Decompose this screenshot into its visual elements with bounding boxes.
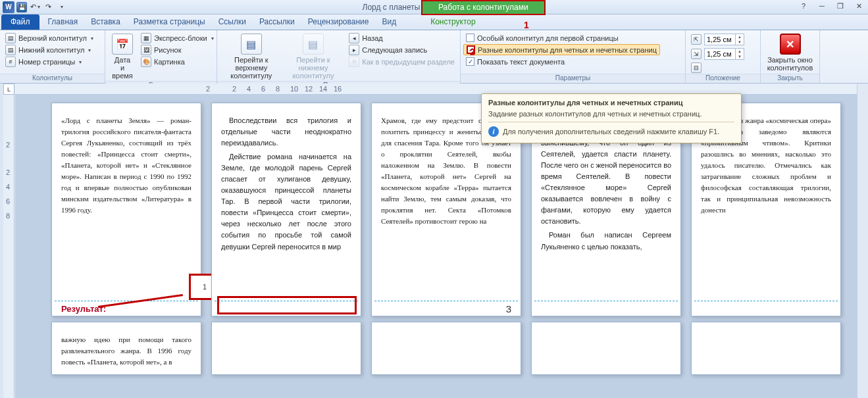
restore-button[interactable]: ❐: [831, 0, 850, 12]
save-button[interactable]: 💾: [16, 1, 28, 13]
contextual-tab-title: Работа с колонтитулами: [421, 0, 546, 15]
group-position: ⇱ ▲▼ ⇲ ▲▼ ⊟ Положение: [686, 30, 761, 83]
date-time-label2: время: [112, 72, 133, 80]
first-page-label: Особый колонтитул для первой страницы: [477, 34, 619, 42]
tab-insert[interactable]: Вставка: [84, 14, 127, 30]
info-icon: i: [488, 126, 499, 137]
page-8-even[interactable]: [371, 322, 521, 375]
next-label: Следующая запись: [362, 46, 427, 54]
goto-footer-button: ▤ Перейти к нижнему колонтитулу: [283, 32, 344, 81]
ruler-tick: 4: [6, 183, 10, 191]
spin-up-icon[interactable]: ▲: [736, 49, 744, 54]
calendar-icon: 📅: [112, 34, 133, 55]
group-insert: 📅 Дата и время ▦Экспресс-блоки▾ 🖼Рисунок…: [105, 30, 217, 83]
goto-header-button[interactable]: ▤ Перейти к верхнему колонтитулу: [220, 32, 283, 81]
tab-designer[interactable]: Конструктор: [424, 14, 482, 30]
page-1-odd[interactable]: «Лорд с планеты Земля» — роман- трилогия…: [51, 103, 201, 316]
spin-down-icon[interactable]: ▼: [736, 39, 744, 45]
page-footer[interactable]: 3: [372, 301, 521, 316]
help-button[interactable]: ?: [794, 0, 813, 12]
ribbon: ▤Верхний колонтитул▾ ▤Нижний колонтитул▾…: [0, 30, 868, 84]
date-time-button[interactable]: 📅 Дата и время: [108, 32, 137, 81]
page-number-text: 3: [506, 303, 511, 314]
close-header-footer-button[interactable]: ✕ Закрыть окно колонтитулов: [763, 32, 817, 73]
vertical-scrollbar[interactable]: [857, 84, 868, 398]
ruler-tick: 4: [247, 85, 251, 93]
tab-references[interactable]: Ссылки: [212, 14, 253, 30]
page-2-even[interactable]: Впоследствии вся трилогия и отдельные ча…: [211, 103, 361, 316]
annotation-1: 1: [524, 20, 529, 30]
odd-even-label: Разные колонтитулы для четных и нечетных…: [478, 46, 657, 54]
page-6-even[interactable]: важную идею при помощи такого развлекате…: [51, 322, 201, 375]
redo-button[interactable]: ↷: [42, 1, 54, 13]
ruler-tick: 6: [261, 85, 265, 93]
page-9-odd[interactable]: [531, 322, 681, 375]
word-app-icon[interactable]: W: [3, 1, 14, 13]
picture-button[interactable]: 🖼Рисунок: [138, 44, 217, 56]
tab-page-layout[interactable]: Разметка страницы: [127, 14, 212, 30]
previous-button[interactable]: ◂Назад: [346, 32, 457, 44]
clipart-label: Картинка: [154, 58, 185, 66]
ruler-tick: 8: [276, 85, 280, 93]
page-body-text: «Лорд с планеты Земля» — роман- трилогия…: [52, 103, 201, 301]
ruler-tick: 6: [6, 197, 10, 205]
spin-down-icon[interactable]: ▼: [736, 54, 744, 59]
annotation-box-2: [217, 296, 357, 314]
ribbon-tabs: Файл Главная Вставка Разметка страницы С…: [0, 14, 868, 30]
tab-file[interactable]: Файл: [1, 14, 39, 30]
page-footer[interactable]: [692, 301, 840, 316]
ruler-tick: 10: [290, 85, 298, 93]
tooltip-body: Задание разных колонтитулов для четных и…: [488, 110, 734, 118]
link-previous-label: Как в предыдущем разделе: [362, 58, 455, 66]
page-10-even[interactable]: [691, 322, 841, 375]
header-top-input[interactable]: [705, 35, 735, 44]
tooltip-odd-even: Разные колонтитулы для четных и нечетных…: [481, 93, 742, 143]
quick-parts-button[interactable]: ▦Экспресс-блоки▾: [138, 32, 217, 44]
header-from-top[interactable]: ⇱ ▲▼: [688, 33, 747, 46]
footer-bottom-input[interactable]: [705, 49, 735, 59]
tab-selector[interactable]: L: [3, 84, 14, 95]
group-label-headers: Колонтитулы: [0, 74, 105, 83]
ruler-tick: 12: [305, 85, 313, 93]
page-7-odd[interactable]: [211, 322, 361, 375]
odd-even-different-checkbox[interactable]: ✓Разные колонтитулы для четных и нечетны…: [463, 44, 660, 55]
footer-bottom-spinbox[interactable]: ▲▼: [704, 48, 744, 60]
clipart-button[interactable]: 🎨Картинка: [138, 56, 217, 68]
close-window-button[interactable]: ✕: [850, 0, 868, 12]
first-page-different-checkbox[interactable]: Особый колонтитул для первой страницы: [463, 33, 621, 43]
header-top-spinbox[interactable]: ▲▼: [704, 34, 744, 45]
ruler-tick: 2: [232, 85, 236, 93]
tooltip-f1-text: Для получения дополнительных сведений на…: [503, 128, 719, 136]
undo-button[interactable]: ↶▾: [29, 1, 41, 13]
footer-label: Нижний колонтитул: [18, 46, 84, 54]
link-previous-button: ⎘Как в предыдущем разделе: [346, 56, 457, 68]
ruler-top-icon: ⇱: [691, 34, 702, 45]
vertical-ruler[interactable]: 2 2 4 6 8: [3, 95, 14, 398]
group-label-position: Положение: [686, 74, 760, 83]
group-label-close: Закрыть: [761, 74, 819, 83]
page-number-button[interactable]: #Номер страницы▾: [3, 56, 84, 68]
group-label-options: Параметры: [461, 74, 685, 83]
tab-mailings[interactable]: Рассылки: [253, 14, 301, 30]
tab-home[interactable]: Главная: [41, 14, 85, 30]
window-controls: ? ─ ❐ ✕: [794, 0, 868, 12]
page-footer[interactable]: [532, 301, 680, 316]
header-button[interactable]: ▤Верхний колонтитул▾: [3, 32, 96, 44]
ruler-tick: 2: [6, 141, 10, 149]
annotation-2: 2: [470, 47, 475, 57]
page-number-label: Номер страницы: [18, 58, 75, 66]
ruler-bottom-icon: ⇲: [691, 49, 702, 59]
checkbox-icon: [466, 34, 474, 42]
minimize-button[interactable]: ─: [813, 0, 831, 12]
tab-review[interactable]: Рецензирование: [301, 14, 376, 30]
next-button[interactable]: ▸Следующая запись: [346, 44, 457, 56]
tab-view[interactable]: Вид: [375, 14, 403, 30]
goto-header-label2: колонтитулу: [230, 72, 272, 80]
qat-customize[interactable]: ▾: [55, 1, 67, 13]
insert-alignment-tab-button[interactable]: ⊟: [688, 62, 704, 74]
spin-up-icon[interactable]: ▲: [736, 34, 744, 39]
footer-from-bottom[interactable]: ⇲ ▲▼: [688, 47, 747, 61]
group-navigation: ▤ Перейти к верхнему колонтитулу ▤ Перей…: [217, 30, 461, 83]
show-document-text-checkbox[interactable]: ✓Показать текст документа: [463, 57, 567, 66]
footer-button[interactable]: ▤Нижний колонтитул▾: [3, 44, 93, 56]
